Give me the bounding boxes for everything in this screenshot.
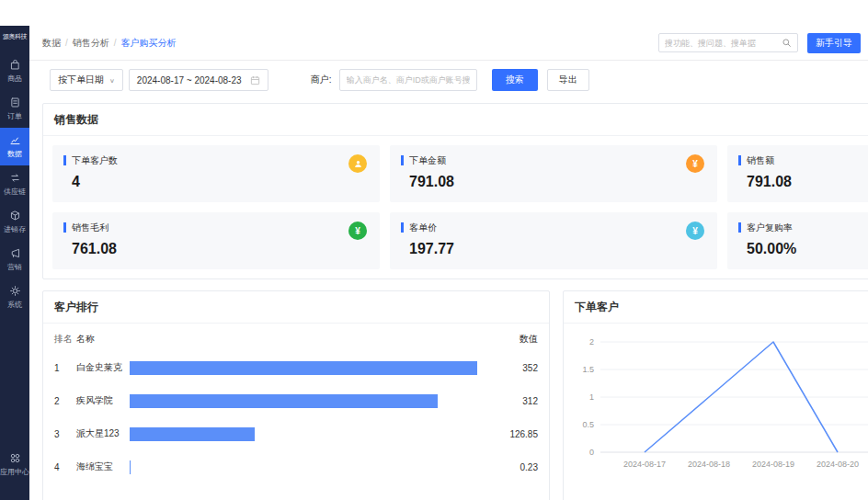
- svg-text:1.5: 1.5: [582, 365, 594, 374]
- col-header-rank: 排名: [54, 333, 76, 346]
- name-cell: 白金史莱克: [76, 361, 130, 374]
- col-header-value: 数值: [486, 333, 538, 346]
- guide-button[interactable]: 新手引导: [807, 33, 861, 53]
- stat-label: 客户复购率: [738, 222, 868, 233]
- stat-tile-customers: 下单客户数4: [52, 145, 380, 202]
- bar-cell: [130, 460, 486, 474]
- merchant-label: 商户:: [311, 74, 332, 86]
- date-type-select[interactable]: 按下单日期 ∨: [50, 69, 123, 91]
- amount-icon: ¥: [686, 154, 704, 173]
- sidebar-item-label: 营销: [7, 262, 22, 272]
- stat-tile-rate: 客户复购率50.00%%: [727, 212, 868, 269]
- system-icon: [9, 285, 21, 297]
- value-cell: 126.85: [486, 429, 538, 439]
- sidebar-item-inventory[interactable]: 进销存: [0, 203, 29, 241]
- apps-icon: [9, 452, 21, 464]
- global-search-box: [658, 33, 798, 52]
- ranking-bar: [130, 361, 477, 375]
- sidebar-item-app-center[interactable]: 应用中心: [0, 446, 29, 483]
- sidebar-footer: 应用中心: [0, 446, 29, 483]
- marketing-icon: [9, 247, 21, 259]
- bar-cell: [130, 394, 486, 408]
- breadcrumb: 数据 / 销售分析 / 客户购买分析: [42, 37, 177, 50]
- app-root: 源奥科技 商品订单数据供应链进销存营销系统 应用中心 数据 / 销售分析 / 客…: [0, 26, 868, 500]
- sidebar-item-marketing[interactable]: 营销: [0, 241, 29, 278]
- date-type-label: 按下单日期: [58, 74, 104, 86]
- profit-icon: ¥: [348, 222, 367, 240]
- rank-cell: 4: [54, 462, 76, 472]
- name-cell: 派大星123: [76, 427, 130, 440]
- bottom-row: 客户排行 排名 名称 数值 1白金史莱克3522疾风学院3123派大星12312…: [42, 290, 855, 500]
- stat-label: 下单金额: [401, 155, 706, 165]
- stat-label: 下单客户数: [63, 155, 369, 165]
- order-customers-title: 下单客户: [564, 291, 868, 324]
- date-range-input[interactable]: 2024-08-17 ~ 2024-08-23: [129, 69, 268, 91]
- sidebar-item-label: 系统: [7, 300, 22, 310]
- customer-ranking-title: 客户排行: [43, 291, 549, 324]
- main-area: 数据 / 销售分析 / 客户购买分析 新手引导 按下单日期 ∨: [29, 26, 868, 500]
- sidebar-item-label: 订单: [7, 111, 22, 121]
- breadcrumb-data[interactable]: 数据: [42, 37, 61, 50]
- stat-tile-sales: 销售额791.08¥: [727, 145, 868, 202]
- ranking-row: 4海绵宝宝0.23: [54, 450, 538, 483]
- ranking-bar: [130, 460, 131, 474]
- sidebar-item-label: 进销存: [4, 224, 26, 234]
- topbar-right: 新手引导: [658, 33, 861, 53]
- svg-text:2024-08-18: 2024-08-18: [688, 460, 730, 469]
- sidebar-item-data[interactable]: 数据: [0, 128, 29, 165]
- chart-area: 00.511.522024-08-172024-08-182024-08-192…: [564, 324, 868, 487]
- ranking-row: 2疾风学院312: [54, 384, 538, 417]
- breadcrumb-sales-analysis[interactable]: 销售分析: [73, 37, 109, 50]
- supply-icon: [9, 172, 21, 184]
- svg-text:0.5: 0.5: [582, 420, 594, 429]
- rank-cell: 2: [54, 396, 76, 406]
- global-search-input[interactable]: [665, 39, 782, 48]
- breadcrumb-separator: /: [114, 38, 117, 48]
- rank-cell: 3: [54, 429, 76, 439]
- ranking-row: 3派大星123126.85: [54, 417, 538, 450]
- svg-text:1: 1: [589, 392, 594, 402]
- sales-data-card: 销售数据 下单客户数4下单金额791.08¥销售额791.08¥销售毛利761.…: [42, 103, 868, 279]
- sidebar-nav: 商品订单数据供应链进销存营销系统: [0, 52, 29, 316]
- order-customers-chart-card: 下单客户 00.511.522024-08-172024-08-182024-0…: [563, 290, 868, 500]
- breadcrumb-current: 客户购买分析: [121, 37, 177, 50]
- ranking-table: 排名 名称 数值 1白金史莱克3522疾风学院3123派大星123126.854…: [43, 324, 549, 487]
- stat-tile-profit: 销售毛利761.08¥: [52, 212, 380, 269]
- ranking-rows: 1白金史莱克3522疾风学院3123派大星123126.854海绵宝宝0.23: [54, 351, 538, 483]
- line-chart: 00.511.522024-08-172024-08-182024-08-192…: [567, 327, 868, 483]
- svg-text:2: 2: [589, 337, 594, 347]
- stats-grid: 下单客户数4下单金额791.08¥销售额791.08¥销售毛利761.08¥客单…: [43, 136, 868, 278]
- stat-value: 197.77: [409, 241, 706, 257]
- sales-data-title: 销售数据: [43, 104, 868, 136]
- search-button[interactable]: 搜索: [492, 69, 538, 91]
- sidebar-item-label: 数据: [7, 149, 22, 159]
- export-button[interactable]: 导出: [547, 69, 589, 91]
- topbar: 数据 / 销售分析 / 客户购买分析 新手引导: [29, 26, 868, 61]
- stat-value: 50.00%: [747, 241, 868, 257]
- sidebar-item-orders[interactable]: 订单: [0, 90, 29, 128]
- merchant-input[interactable]: [339, 69, 477, 91]
- date-range-value: 2024-08-17 ~ 2024-08-23: [137, 75, 242, 85]
- stat-tile-amount: 下单金额791.08¥: [390, 145, 717, 202]
- ranking-bar: [130, 394, 438, 408]
- chevron-down-icon: ∨: [109, 76, 115, 83]
- stat-value: 761.08: [72, 241, 369, 257]
- orders-icon: [9, 97, 21, 108]
- breadcrumb-separator: /: [65, 38, 68, 48]
- sidebar-item-label: 供应链: [4, 187, 26, 197]
- bar-cell: [130, 427, 486, 441]
- value-cell: 0.23: [486, 462, 538, 472]
- sidebar-item-goods[interactable]: 商品: [0, 52, 29, 90]
- sidebar-item-supply[interactable]: 供应链: [0, 165, 29, 203]
- bar-cell: [130, 361, 486, 375]
- sidebar-item-system[interactable]: 系统: [0, 278, 29, 316]
- sidebar: 源奥科技 商品订单数据供应链进销存营销系统 应用中心: [0, 26, 29, 500]
- svg-text:0: 0: [589, 448, 594, 457]
- ranking-bar: [130, 427, 255, 441]
- data-icon: [9, 134, 21, 146]
- svg-text:2024-08-17: 2024-08-17: [623, 460, 666, 469]
- content: 销售数据 下单客户数4下单金额791.08¥销售额791.08¥销售毛利761.…: [29, 99, 868, 500]
- inventory-icon: [9, 210, 21, 222]
- sidebar-item-label: 商品: [7, 74, 22, 84]
- stat-value: 791.08: [409, 174, 706, 190]
